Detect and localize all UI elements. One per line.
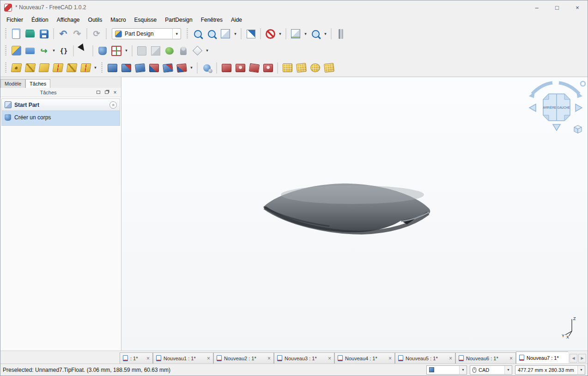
3d-viewport[interactable]: ARRIÈRE GAUCHE Z Y X <box>121 77 588 351</box>
new-document-icon[interactable] <box>9 27 23 41</box>
menu-esquisse[interactable]: Esquisse <box>130 15 161 25</box>
open-document-icon[interactable] <box>23 27 37 41</box>
pocket-icon[interactable] <box>219 61 233 75</box>
close-panel-icon[interactable]: × <box>111 89 119 96</box>
datum-plane-icon[interactable] <box>37 61 51 75</box>
3d-model-shape[interactable] <box>260 180 454 252</box>
scroll-tabs-left-icon[interactable]: ◀ <box>570 354 577 363</box>
additive-helix-icon[interactable] <box>161 61 175 75</box>
shapebinder-icon[interactable] <box>163 44 176 58</box>
close-tab-icon[interactable]: × <box>146 355 150 362</box>
dropdown-arrow-icon[interactable]: ▾ <box>204 44 210 58</box>
dropdown-arrow-icon[interactable]: ▾ <box>188 61 194 75</box>
undo-icon[interactable]: ↶ <box>56 27 70 41</box>
boolean-operation-icon[interactable] <box>200 61 214 75</box>
mdi-tab-partial[interactable]: : 1* × <box>120 352 153 364</box>
datum-line-icon[interactable] <box>23 61 37 75</box>
hole-icon[interactable] <box>233 61 247 75</box>
mdi-tab-nouveau4[interactable]: Nouveau4 : 1* × <box>334 352 395 364</box>
close-tab-icon[interactable]: × <box>328 355 331 362</box>
dropdown-arrow-icon[interactable]: ▾ <box>322 27 328 41</box>
panel-tab-taches[interactable]: Tâches <box>25 79 50 88</box>
mdi-tab-nouveau5[interactable]: Nouveau5 : 1* × <box>395 352 455 364</box>
validate-sketch-icon[interactable] <box>190 44 204 58</box>
create-varset-icon[interactable]: {} <box>57 44 71 58</box>
measure-icon[interactable] <box>334 27 348 41</box>
mdi-tab-nouveau6[interactable]: Nouveau6 : 1* × <box>455 352 516 364</box>
sub-shape-binder-icon[interactable] <box>79 61 92 75</box>
polar-pattern-icon[interactable] <box>308 61 322 75</box>
mdi-tab-nouveau2[interactable]: Nouveau2 : 1* × <box>213 352 274 364</box>
save-document-icon[interactable] <box>37 27 51 41</box>
map-sketch-icon[interactable] <box>149 44 163 58</box>
menu-fichier[interactable]: Fichier <box>2 15 27 25</box>
pad-icon[interactable] <box>105 61 119 75</box>
zoom-tools-icon[interactable] <box>309 27 322 41</box>
close-button[interactable]: × <box>567 0 588 14</box>
menu-aide[interactable]: Aide <box>227 15 246 25</box>
align-view-icon[interactable] <box>244 27 258 41</box>
shape-binder-icon[interactable] <box>65 61 79 75</box>
menu-fenetres[interactable]: Fenêtres <box>197 15 227 25</box>
clone-icon[interactable] <box>176 44 190 58</box>
menu-affichage[interactable]: Affichage <box>53 15 84 25</box>
create-sketch-icon[interactable] <box>109 44 123 58</box>
dropdown-arrow-icon[interactable]: ▾ <box>92 61 98 75</box>
make-link-icon[interactable]: ↪ <box>37 44 51 58</box>
dropdown-arrow-icon[interactable]: ▾ <box>123 44 129 58</box>
groove-icon[interactable] <box>247 61 261 75</box>
navcube-back-label[interactable]: ARRIÈRE <box>543 105 557 109</box>
fit-selection-icon[interactable] <box>205 27 218 41</box>
start-part-section-header[interactable]: Start Part « <box>1 99 120 111</box>
whats-this-icon[interactable] <box>76 44 90 58</box>
create-part-icon[interactable] <box>9 44 23 58</box>
standard-views-icon[interactable] <box>289 27 303 41</box>
refresh-icon[interactable]: ⟳ <box>90 27 103 41</box>
create-group-icon[interactable] <box>23 44 37 58</box>
create-body-action[interactable]: Créer un corps <box>5 114 117 121</box>
close-tab-icon[interactable]: × <box>449 355 452 362</box>
mdi-tab-nouveau1[interactable]: Nouveau1 : 1* × <box>153 352 213 364</box>
overlay-toggle-icon[interactable] <box>94 89 103 96</box>
multitransform-icon[interactable] <box>322 61 336 75</box>
close-tab-icon[interactable]: × <box>207 355 210 362</box>
additive-pipe-icon[interactable] <box>147 61 161 75</box>
maximize-button[interactable]: □ <box>547 0 567 14</box>
axonometric-view-icon[interactable] <box>218 27 232 41</box>
edit-sketch-icon[interactable] <box>135 44 149 58</box>
additive-loft-icon[interactable] <box>133 61 147 75</box>
mirrored-icon[interactable] <box>280 61 294 75</box>
datum-point-icon[interactable] <box>9 61 23 75</box>
dropdown-arrow-icon[interactable]: ▾ <box>303 27 309 41</box>
minimize-button[interactable]: – <box>527 0 547 14</box>
dropdown-arrow-icon[interactable]: ▾ <box>232 27 238 41</box>
local-cs-icon[interactable] <box>51 61 65 75</box>
view-size-dropdown[interactable]: 477.27 mm x 280.33 mm ▼ <box>515 365 585 375</box>
workbench-selector[interactable]: Part Design ▾ <box>112 28 181 39</box>
status-view-dropdown[interactable]: ▼ <box>426 365 467 375</box>
navcube-left-label[interactable]: GAUCHE <box>557 106 570 109</box>
scroll-tabs-right-icon[interactable]: ▶ <box>578 354 586 363</box>
collapse-section-icon[interactable]: « <box>109 101 117 109</box>
subtractive-primitive-icon[interactable] <box>261 61 275 75</box>
menu-macro[interactable]: Macro <box>106 15 130 25</box>
panel-tab-modele[interactable]: Modèle <box>0 79 25 88</box>
redo-icon[interactable]: ↷ <box>70 27 84 41</box>
dropdown-arrow-icon[interactable]: ▾ <box>51 44 57 58</box>
draw-style-icon[interactable] <box>263 27 277 41</box>
close-tab-icon[interactable]: × <box>388 355 392 362</box>
dropdown-arrow-icon[interactable]: ▾ <box>277 27 283 41</box>
mdi-tab-nouveau7[interactable]: Nouveau7 : 1* × <box>516 351 568 364</box>
close-tab-icon[interactable]: × <box>267 355 271 362</box>
create-body-icon[interactable] <box>96 44 109 58</box>
menu-outils[interactable]: Outils <box>84 15 107 25</box>
navigation-cube[interactable]: ARRIÈRE GAUCHE <box>527 80 586 136</box>
menu-edition[interactable]: Édition <box>27 15 53 25</box>
close-tab-icon[interactable]: × <box>509 355 513 362</box>
menu-partdesign[interactable]: PartDesign <box>161 15 196 25</box>
linear-pattern-icon[interactable] <box>294 61 308 75</box>
fit-all-icon[interactable] <box>191 27 205 41</box>
additive-primitive-icon[interactable] <box>175 61 188 75</box>
mdi-tab-nouveau3[interactable]: Nouveau3 : 1* × <box>274 352 334 364</box>
navcube-mini-cube[interactable] <box>574 125 582 133</box>
